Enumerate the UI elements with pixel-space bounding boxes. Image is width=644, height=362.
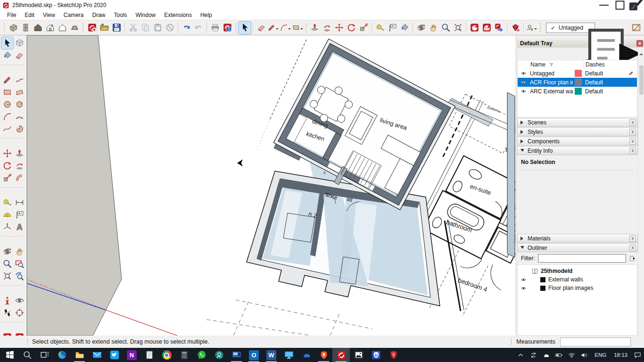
add-tag-icon[interactable] [520,50,527,58]
pan-icon[interactable] [14,246,25,257]
menu-camera[interactable]: Camera [59,11,88,19]
close-icon[interactable]: x [629,119,636,126]
select-icon[interactable] [239,22,251,34]
erase-selected-icon[interactable] [164,22,176,34]
maximize-icon[interactable] [612,0,628,10]
eraser-icon[interactable] [255,22,267,34]
3d-warehouse-icon[interactable] [468,22,480,34]
clock[interactable]: 18:13 [610,352,631,358]
cut-icon[interactable] [127,22,139,34]
dropdown-caret-icon[interactable] [300,28,303,31]
panel-components[interactable]: Componentsx [517,137,638,146]
position-camera-icon[interactable] [1,295,13,306]
tags-col-name[interactable]: Name [530,61,545,68]
model-info-icon[interactable] [221,22,233,34]
tray-scrollbar[interactable] [638,48,644,336]
new-icon[interactable] [86,22,98,34]
tag-color-swatch[interactable] [575,88,582,95]
outliner-details-icon[interactable] [629,255,636,262]
three-point-arc-icon[interactable] [1,123,13,135]
info-icon[interactable] [16,338,23,346]
minimize-icon[interactable] [596,0,612,10]
outliner-filter-input[interactable] [538,254,626,263]
print-icon[interactable] [209,22,221,34]
calculator-icon[interactable] [175,348,193,362]
sign-in-icon[interactable] [526,22,538,34]
sync-icon[interactable] [527,348,540,362]
photos-icon[interactable] [350,348,367,362]
dimension-icon[interactable] [14,197,25,208]
paste-icon[interactable] [151,22,164,34]
chrome-icon[interactable] [158,348,175,362]
app-teal-icon[interactable] [210,348,228,362]
tag-color-swatch[interactable] [575,70,582,77]
menu-draw[interactable]: Draw [88,11,110,19]
tag-row-arc-external[interactable]: ARC External wal Default [518,87,637,96]
sketchup-icon[interactable] [332,348,350,362]
menu-help[interactable]: Help [196,11,216,19]
protractor-icon[interactable] [1,209,13,221]
polygon-icon[interactable] [14,99,25,110]
visible-eye-icon[interactable] [520,70,527,76]
visible-eye-icon[interactable] [520,285,527,291]
close-icon[interactable]: x [629,235,636,242]
share-model-icon[interactable] [493,22,505,34]
zoom-extents-icon[interactable] [452,22,464,34]
select-icon[interactable] [1,37,13,49]
scroll-thumb[interactable] [639,66,644,95]
push-pull-icon[interactable] [308,22,321,34]
zoom-window-icon[interactable] [14,258,25,270]
menu-tools[interactable]: Tools [110,11,132,19]
orbit-icon[interactable] [415,22,427,34]
onedrive-icon[interactable] [297,348,315,362]
outliner-root-item[interactable]: 25thmodeld [518,267,637,275]
tag-row-untagged[interactable]: Untagged Default [518,69,637,78]
ink-workspace-icon[interactable] [628,0,644,10]
eraser-icon[interactable] [14,49,25,61]
language-indicator[interactable]: ENG [591,352,610,358]
view-back-icon[interactable] [56,22,68,34]
section-plane-icon[interactable] [14,307,25,319]
close-icon[interactable]: x [629,129,636,135]
scale-icon[interactable] [357,22,370,34]
save-icon[interactable] [110,22,123,34]
look-around-icon[interactable] [14,295,25,306]
outliner-item-floor-plan-images[interactable]: Floor plan images [518,284,637,292]
rotate-icon[interactable] [1,160,13,172]
dropdown-caret-icon[interactable] [534,28,537,31]
arc-icon[interactable] [1,111,13,123]
view-iso-icon[interactable] [7,22,19,34]
text-icon[interactable] [14,209,25,221]
rectangle-icon[interactable] [292,22,304,34]
action-center-icon[interactable] [631,348,644,362]
menu-edit[interactable]: Edit [20,11,39,19]
menu-extensions[interactable]: Extensions [160,11,196,19]
line-icon[interactable] [267,22,280,34]
open-icon[interactable] [98,22,110,34]
filter-funnel-icon[interactable] [548,62,554,68]
circle-icon[interactable] [1,99,13,110]
view-right-icon[interactable] [44,22,56,34]
menu-view[interactable]: View [39,11,59,19]
brave-icon[interactable] [315,348,332,362]
close-icon[interactable]: x [629,138,636,145]
panel-materials[interactable]: Materialsx [517,234,638,243]
battery-icon[interactable] [553,348,565,362]
menu-file[interactable]: File [3,11,20,19]
freehand-icon[interactable] [14,74,25,86]
zoom-extents-icon[interactable] [1,270,13,282]
follow-me-icon[interactable] [14,160,25,172]
move-icon[interactable] [333,22,345,34]
view-front-icon[interactable] [32,22,44,34]
volume-icon[interactable] [578,348,591,362]
display-icon[interactable] [280,348,297,362]
pie-icon[interactable] [14,123,25,135]
mail-icon[interactable] [88,348,106,362]
offset-icon[interactable] [14,172,25,184]
tape-measure-icon[interactable] [1,197,13,208]
whatsapp-icon[interactable] [193,348,210,362]
dropdown-caret-icon[interactable] [276,28,279,31]
pan-icon[interactable] [427,22,439,34]
tags-col-dashes[interactable]: Dashes [583,60,625,69]
arc-icon[interactable] [280,22,292,34]
